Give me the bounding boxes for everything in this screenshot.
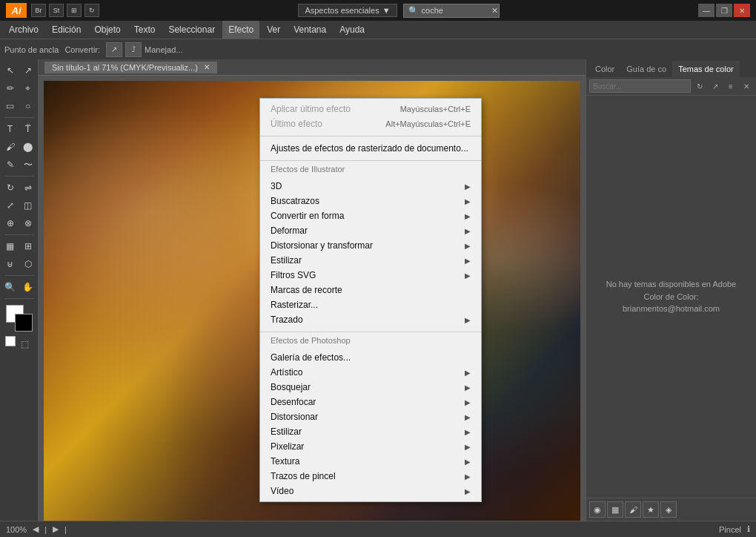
live-paint-tool[interactable]: ⬡ [20, 256, 36, 272]
panel-message: No hay temas disponibles en Adobe Color … [601, 278, 741, 315]
zoom-tool[interactable]: 🔍 [2, 279, 19, 295]
close-button[interactable]: ✕ [734, 4, 750, 17]
tab-color-themes[interactable]: Temas de color [672, 61, 740, 77]
tab-color[interactable]: Color [589, 61, 620, 77]
shape-builder-tool[interactable]: ⊎ [2, 256, 19, 272]
tab-close-icon[interactable]: ✕ [204, 63, 210, 71]
shear-tool[interactable]: ◫ [20, 197, 36, 214]
warp-tool[interactable]: ⊕ [2, 215, 19, 231]
panel-share-icon[interactable]: ↗ [709, 79, 722, 93]
sync-icon[interactable]: ↻ [84, 4, 99, 17]
effect-trazos-pincel-item[interactable]: Trazos de pincel ▶ [260, 469, 481, 484]
selection-tool[interactable]: ↖ [2, 62, 19, 79]
ellipse-tool[interactable]: ○ [20, 98, 36, 114]
effect-trazado-item[interactable]: Trazado ▶ [260, 312, 481, 327]
nav-next[interactable]: ▶ [53, 524, 59, 534]
width-tool[interactable]: ⊗ [20, 215, 36, 231]
effect-estilizar-ps-item[interactable]: Estilizar ▶ [260, 424, 481, 439]
effect-artistico-item[interactable]: Artístico ▶ [260, 365, 481, 380]
pencil-tool[interactable]: ✎ [2, 157, 19, 173]
effect-deformar-item[interactable]: Deformar ▶ [260, 223, 481, 238]
menu-ayuda[interactable]: Ayuda [334, 21, 371, 39]
color-selector[interactable] [6, 305, 33, 332]
view-icon[interactable]: ⊞ [67, 4, 82, 17]
menu-archivo[interactable]: Archivo [3, 21, 44, 39]
menu-efecto[interactable]: Efecto [222, 21, 259, 39]
panel-brush-icon[interactable]: 🖌 [625, 501, 641, 518]
effect-galeria-item[interactable]: Galería de efectos... [260, 350, 481, 365]
panel-swatches-icon[interactable]: ▦ [607, 501, 623, 518]
effect-distorsionar-ps-item[interactable]: Distorsionar ▶ [260, 409, 481, 424]
effect-convertir-item[interactable]: Convertir en forma ▶ [260, 208, 481, 223]
tool-separator-3 [4, 234, 34, 235]
convert-tool-1[interactable]: ↗ [106, 42, 122, 57]
menu-seleccionar[interactable]: Seleccionar [162, 21, 221, 39]
panel-refresh-icon[interactable]: ↻ [693, 79, 706, 93]
stock-icon[interactable]: St [49, 4, 64, 17]
effect-video-item[interactable]: Vídeo ▶ [260, 484, 481, 498]
menu-bar: Archivo Edición Objeto Texto Seleccionar… [0, 21, 756, 39]
pen-tool[interactable]: ✏ [2, 80, 19, 96]
panel-close-icon[interactable]: ✕ [740, 79, 753, 93]
main-area: ↖ ↗ ✏ ⌖ ▭ ○ T T̈ 🖌 ⬤ ✎ 〜 ↻ ⇌ ⤢ [0, 59, 756, 521]
menu-ver[interactable]: Ver [261, 21, 286, 39]
effect-desenfocar-item[interactable]: Desenfocar ▶ [260, 395, 481, 409]
restore-button[interactable]: ❐ [716, 4, 732, 17]
panel-color-wheel[interactable]: ◉ [589, 501, 606, 518]
effect-buscatrazos-item[interactable]: Buscatrazos ▶ [260, 194, 481, 208]
scale-tool[interactable]: ⤢ [2, 197, 19, 214]
nav-prev[interactable]: ◀ [33, 524, 39, 534]
clear-search-icon[interactable]: ✕ [491, 6, 498, 16]
reflect-tool[interactable]: ⇌ [20, 179, 36, 196]
lasso-tool[interactable]: ⌖ [20, 80, 36, 96]
panel-menu-icon[interactable]: ≡ [724, 79, 737, 93]
menu-edicion[interactable]: Edición [46, 21, 87, 39]
effect-rasterizar-item[interactable]: Rasterizar... [260, 297, 481, 312]
effect-textura-item[interactable]: Textura ▶ [260, 454, 481, 469]
effect-marcas-item[interactable]: Marcas de recorte [260, 283, 481, 297]
effect-3d-item[interactable]: 3D ▶ [260, 179, 481, 194]
zoom-level: 100% [6, 525, 27, 534]
search-box[interactable]: 🔍 ✕ [403, 4, 500, 18]
document-tab[interactable]: Sin título-1 al 71% (CMYK/Previsualiz...… [44, 62, 217, 73]
effect-estilizar-item[interactable]: Estilizar ▶ [260, 253, 481, 268]
effect-menu-top-section: Aplicar último efecto Mayúsculas+Ctrl+E … [260, 99, 481, 134]
effect-distorsionar-item[interactable]: Distorsionar y transformar ▶ [260, 238, 481, 253]
panel-graphic-style-icon[interactable]: ◈ [660, 501, 677, 518]
workspace-selector[interactable]: Aspectos esenciales ▼ [298, 4, 397, 17]
type-tool[interactable]: T [2, 121, 19, 137]
background-color[interactable] [15, 314, 33, 332]
search-input[interactable] [422, 6, 488, 15]
hand-tool[interactable]: ✋ [20, 279, 36, 295]
touch-type-tool[interactable]: T̈ [20, 121, 36, 137]
last-effect-item[interactable]: Último efecto Alt+Mayúsculas+Ctrl+E [260, 116, 481, 131]
mesh-tool[interactable]: ⊞ [20, 238, 36, 254]
smooth-tool[interactable]: 〜 [20, 157, 36, 173]
gradient-tool[interactable]: ▦ [2, 238, 19, 254]
blob-brush-tool[interactable]: ⬤ [20, 139, 36, 155]
panel-toolbar: ↻ ↗ ≡ ✕ [586, 77, 756, 96]
minimize-button[interactable]: — [698, 4, 714, 17]
menu-objeto[interactable]: Objeto [88, 21, 126, 39]
panel-search-box[interactable] [589, 79, 691, 93]
panel-symbol-icon[interactable]: ★ [643, 501, 659, 518]
shape-tool[interactable]: ▭ [2, 98, 19, 114]
convert-tool-2[interactable]: ⤴ [125, 42, 142, 57]
direct-select-tool[interactable]: ↗ [20, 62, 36, 79]
normal-mode[interactable] [5, 336, 16, 346]
paintbrush-tool[interactable]: 🖌 [2, 139, 19, 155]
menu-divider-3 [260, 332, 481, 332]
tab-guide[interactable]: Guía de co [620, 61, 672, 77]
bridge-icon[interactable]: Br [31, 4, 46, 17]
menu-texto[interactable]: Texto [128, 21, 162, 39]
rasterize-settings-item[interactable]: Ajustes de efectos de rasterizado de doc… [260, 141, 481, 156]
effect-filtros-svg-item[interactable]: Filtros SVG ▶ [260, 268, 481, 283]
tool-row-shape: ▭ ○ [2, 98, 36, 114]
effect-pixelizar-item[interactable]: Pixelizar ▶ [260, 439, 481, 454]
effect-bosquejar-item[interactable]: Bosquejar ▶ [260, 380, 481, 395]
menu-ventana[interactable]: Ventana [288, 21, 332, 39]
apply-last-effect-item[interactable]: Aplicar último efecto Mayúsculas+Ctrl+E [260, 102, 481, 116]
panel-search-input[interactable] [593, 82, 687, 90]
rotate-tool[interactable]: ↻ [2, 179, 19, 196]
screen-mode[interactable]: ⬚ [17, 336, 33, 352]
